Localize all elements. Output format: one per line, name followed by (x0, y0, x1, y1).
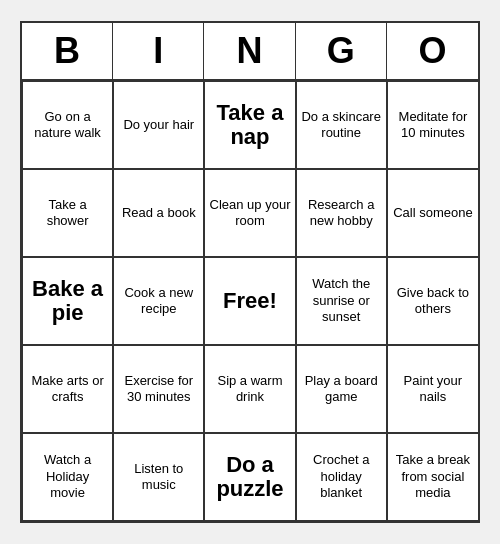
bingo-cell[interactable]: Crochet a holiday blanket (296, 433, 387, 521)
bingo-cell[interactable]: Meditate for 10 minutes (387, 81, 478, 169)
bingo-cell[interactable]: Take a nap (204, 81, 295, 169)
bingo-letter: I (113, 23, 204, 79)
bingo-cell[interactable]: Do your hair (113, 81, 204, 169)
bingo-header: BINGO (22, 23, 478, 81)
bingo-letter: G (296, 23, 387, 79)
bingo-cell[interactable]: Watch the sunrise or sunset (296, 257, 387, 345)
bingo-cell[interactable]: Clean up your room (204, 169, 295, 257)
bingo-cell[interactable]: Exercise for 30 minutes (113, 345, 204, 433)
bingo-grid: Go on a nature walkDo your hairTake a na… (22, 81, 478, 521)
bingo-cell[interactable]: Give back to others (387, 257, 478, 345)
bingo-cell[interactable]: Free! (204, 257, 295, 345)
bingo-letter: N (204, 23, 295, 79)
bingo-cell[interactable]: Take a break from social media (387, 433, 478, 521)
bingo-cell[interactable]: Read a book (113, 169, 204, 257)
bingo-cell[interactable]: Go on a nature walk (22, 81, 113, 169)
bingo-cell[interactable]: Call someone (387, 169, 478, 257)
bingo-cell[interactable]: Cook a new recipe (113, 257, 204, 345)
bingo-cell[interactable]: Bake a pie (22, 257, 113, 345)
bingo-letter: B (22, 23, 113, 79)
bingo-letter: O (387, 23, 478, 79)
bingo-cell[interactable]: Make arts or crafts (22, 345, 113, 433)
bingo-cell[interactable]: Paint your nails (387, 345, 478, 433)
bingo-cell[interactable]: Take a shower (22, 169, 113, 257)
bingo-cell[interactable]: Play a board game (296, 345, 387, 433)
bingo-cell[interactable]: Watch a Holiday movie (22, 433, 113, 521)
bingo-cell[interactable]: Research a new hobby (296, 169, 387, 257)
bingo-card: BINGO Go on a nature walkDo your hairTak… (20, 21, 480, 523)
bingo-cell[interactable]: Listen to music (113, 433, 204, 521)
bingo-cell[interactable]: Sip a warm drink (204, 345, 295, 433)
bingo-cell[interactable]: Do a puzzle (204, 433, 295, 521)
bingo-cell[interactable]: Do a skincare routine (296, 81, 387, 169)
